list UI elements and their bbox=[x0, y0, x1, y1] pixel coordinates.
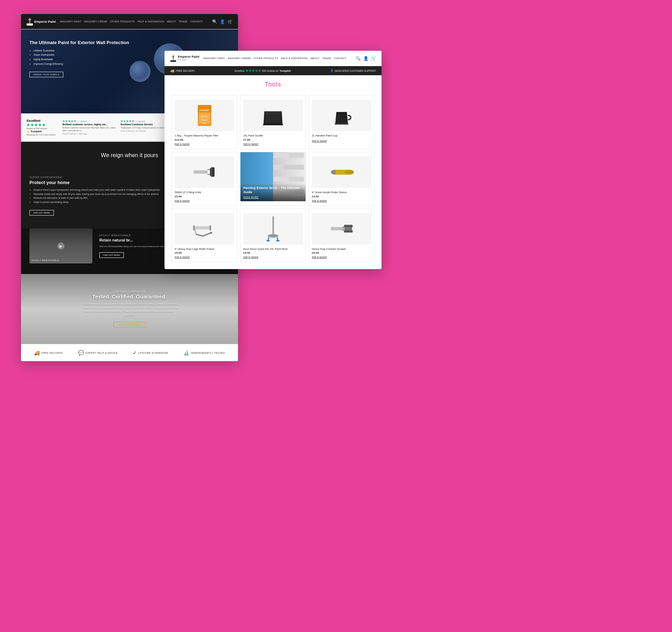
tp-star-2 bbox=[249, 69, 252, 72]
cart-icon[interactable]: 🛒 bbox=[227, 19, 232, 24]
breathable-find-out-more-button[interactable]: FIND OUT MORE bbox=[99, 252, 124, 258]
tp-star-1 bbox=[246, 69, 248, 72]
nav-other-products[interactable]: OTHER PRODUCTS bbox=[110, 20, 135, 23]
product-name-paint-scuttle: 15L Paint Scuttle bbox=[243, 134, 303, 138]
product-price-roller-sleeve: £4.50 bbox=[312, 195, 371, 198]
back-navbar: Emperor Paint MASONRY PAINT MASONRY CREM… bbox=[21, 14, 238, 29]
featured-read-more[interactable]: READ MORE bbox=[243, 196, 303, 198]
play-button[interactable]: ▶ bbox=[57, 243, 64, 250]
nav-trade[interactable]: TRADE bbox=[179, 20, 188, 23]
svg-point-17 bbox=[345, 170, 354, 175]
svg-point-30 bbox=[210, 232, 212, 234]
test-icon: 🔬 bbox=[183, 350, 190, 356]
add-to-basket-paint-mixer[interactable]: Add to basket bbox=[243, 256, 303, 258]
front-logo: Emperor Paint PAINT bbox=[170, 55, 200, 62]
star-2 bbox=[30, 123, 34, 127]
hero-title: The Ultimate Paint for Exterior Wall Pro… bbox=[29, 40, 129, 46]
star-5 bbox=[42, 123, 46, 127]
svg-text:Repair: Repair bbox=[202, 119, 207, 121]
svg-point-36 bbox=[266, 240, 270, 241]
product-name-roller-sleeve: 9" Green Acrylic Roller Sleeve bbox=[312, 191, 371, 194]
product-price-paint-mixer: £5.99 bbox=[243, 251, 303, 254]
product-name-paint-mixer: Axus Decor Quick Mix 25L Paint Mixer bbox=[243, 247, 303, 251]
svg-point-38 bbox=[276, 240, 280, 241]
guarantee-label: LIFETIME GUARENTEE bbox=[80, 290, 178, 293]
bubble-2 bbox=[130, 61, 150, 82]
product-card-roller-sleeve: 9" Green Acrylic Roller Sleeve £4.50 Add… bbox=[309, 152, 374, 206]
add-to-basket-scraper[interactable]: Add to basket bbox=[312, 256, 371, 258]
paint-cup-image bbox=[331, 105, 352, 126]
add-to-basket-toupret-filler[interactable]: Add to basket bbox=[175, 143, 234, 145]
back-nav-links: MASONRY PAINT MASONRY CREME OTHER PRODUC… bbox=[60, 20, 208, 23]
protect-label: SUPER HYDROPHOBIC bbox=[29, 176, 181, 178]
tp-star-4 bbox=[255, 69, 258, 72]
topbar-excellent-text: Excellent bbox=[234, 70, 244, 72]
topbar-support-text: DEDICATED CUSTOMER SUPPORT bbox=[335, 70, 376, 72]
nav-help[interactable]: HELP & INSPIRATION bbox=[138, 20, 164, 23]
product-card-featured-article: Painting Exterior Brick – The Ultimate G… bbox=[240, 152, 306, 206]
front-nav-about[interactable]: ABOUT bbox=[310, 57, 320, 59]
product-name-roller-frame: 9" Heavy Duty Cage Roller Frame bbox=[175, 247, 234, 251]
product-price-roller-frame: £5.99 bbox=[175, 251, 234, 254]
front-account-icon[interactable]: 👤 bbox=[363, 56, 368, 61]
topbar-stars bbox=[246, 69, 261, 72]
tp-star-3 bbox=[252, 69, 255, 72]
product-price-toupret-filler: £12.08 bbox=[175, 138, 234, 141]
svg-rect-41 bbox=[344, 225, 353, 227]
nav-masonry-creme[interactable]: MASONRY CREME bbox=[84, 20, 107, 23]
protect-bullet-4: Helps to prevent penetrating damp bbox=[34, 200, 181, 204]
front-nav-trade[interactable]: TRADE bbox=[322, 57, 331, 59]
roller-frame-image bbox=[191, 217, 218, 240]
guarantee-content: LIFETIME GUARENTEE Tested. Certified. Gu… bbox=[80, 290, 178, 328]
footer-item-tested: 🔬 INDEPENDENTLY TESTED bbox=[183, 350, 225, 356]
front-cart-icon[interactable]: 🛒 bbox=[371, 56, 376, 61]
topbar-trustpilot: Excellent 505 reviews on Trustpilot bbox=[234, 69, 290, 72]
help-icon: 💬 bbox=[78, 350, 84, 356]
star-4 bbox=[38, 123, 42, 127]
scraper-image bbox=[329, 219, 354, 238]
front-nav-masonry-creme[interactable]: MASONRY CREME bbox=[228, 57, 251, 59]
product-img-scraper bbox=[312, 213, 371, 245]
front-nav-help[interactable]: HELP & INSPIRATION bbox=[281, 57, 308, 59]
product-card-filling-knife: 50MM (2") Filling Knife £5.99 Add to bas… bbox=[172, 152, 237, 206]
front-nav-other-products[interactable]: OTHER PRODUCTS bbox=[254, 57, 278, 59]
guarantee-cta-button[interactable]: READ OUR PROMISE bbox=[113, 322, 145, 328]
paint-mixer-image bbox=[265, 216, 281, 242]
highly-breathable-label: HIGHLY BREATHABLE bbox=[31, 259, 59, 261]
front-search-icon[interactable]: 🔍 bbox=[356, 56, 360, 61]
topbar-delivery-text: FREE DELIVERY bbox=[176, 70, 195, 72]
tp-star-5 bbox=[258, 69, 261, 72]
front-logo-sub: PAINT bbox=[178, 59, 200, 61]
nav-about[interactable]: ABOUT bbox=[167, 20, 176, 23]
account-icon[interactable]: 👤 bbox=[220, 19, 225, 24]
guarantee-text: In an independent 25 year accelerated we… bbox=[80, 302, 178, 317]
nav-contact[interactable]: CONTACT bbox=[190, 20, 203, 23]
based-on: Based on 505 reviews bbox=[27, 127, 56, 129]
product-card-paint-mixer: Axus Decor Quick Mix 25L Paint Mixer £5.… bbox=[240, 209, 306, 262]
topbar-delivery: 🚚 FREE DELIVERY bbox=[170, 69, 195, 73]
add-to-basket-paint-cup[interactable]: Add to basket bbox=[312, 140, 371, 142]
add-to-basket-paint-scuttle[interactable]: Add to basket bbox=[243, 143, 303, 145]
products-grid: TOUPRET Masonry Repair Filler 1.5kg – To… bbox=[164, 91, 382, 269]
product-price-scraper: £9.99 bbox=[312, 251, 371, 254]
add-to-basket-filling-knife[interactable]: Add to basket bbox=[175, 199, 234, 202]
featured-article-image: Painting Exterior Brick – The Ultimate G… bbox=[240, 152, 306, 201]
footer-delivery-label: FREE DELIVERY bbox=[42, 352, 63, 354]
front-nav-masonry-paint[interactable]: MASONRY PAINT bbox=[204, 57, 225, 59]
svg-rect-9 bbox=[194, 170, 207, 174]
featured-title: Painting Exterior Brick – The Ultimate G… bbox=[243, 186, 303, 194]
protect-find-out-more-button[interactable]: FIND OUT MORE bbox=[29, 210, 54, 216]
add-to-basket-roller-frame[interactable]: Add to basket bbox=[175, 256, 234, 258]
order-sample-button[interactable]: ORDER YOUR SAMPLE bbox=[29, 72, 63, 77]
nav-masonry-paint[interactable]: MASONRY PAINT bbox=[60, 20, 82, 23]
hero-bullet-2: Super Hydrophobic bbox=[34, 53, 129, 57]
svg-rect-5 bbox=[199, 113, 210, 124]
back-logo: Emperor Paint bbox=[27, 18, 56, 26]
search-icon[interactable]: 🔍 bbox=[212, 19, 217, 24]
footer-help-label: EXPERT HELP & ADVICE bbox=[85, 352, 118, 354]
add-to-basket-roller-sleeve[interactable]: Add to basket bbox=[312, 199, 371, 202]
front-nav-contact[interactable]: CONTACT bbox=[334, 57, 346, 59]
hero-bullet-4: Improves Energy Efficiency bbox=[34, 62, 129, 66]
topbar-trustpilot-label: Trustpilot bbox=[280, 70, 291, 72]
product-name-toupret-filler: 1.5kg – Toupret Masonry Repair Filler bbox=[175, 134, 234, 138]
